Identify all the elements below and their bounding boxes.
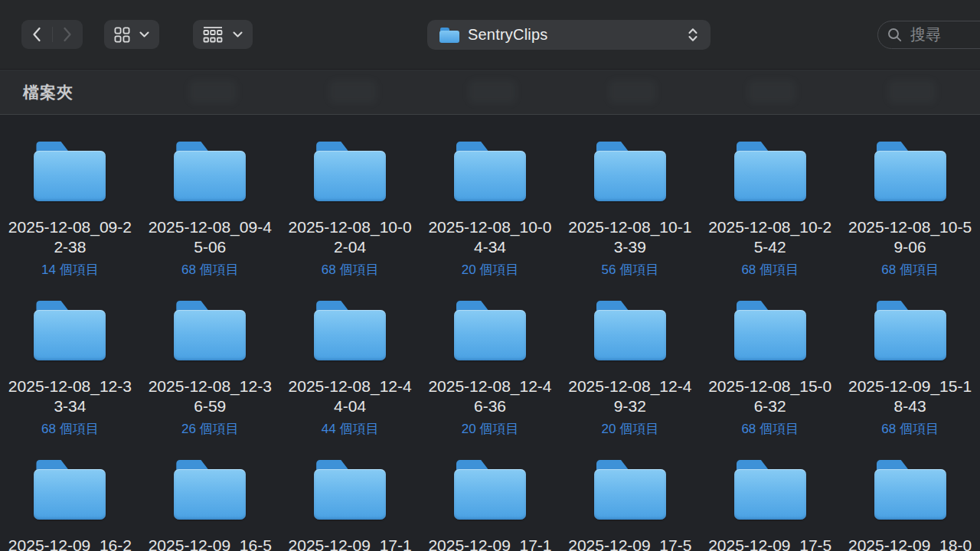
nav-divider [52, 27, 53, 42]
folder-icon [594, 142, 666, 201]
search-icon [887, 28, 902, 42]
folder-icon [874, 301, 946, 360]
folder-tile[interactable]: 2025-12-09_16-2 [0, 433, 140, 551]
folder-tile[interactable]: 2025-12-09_17-5 [560, 433, 700, 551]
folder-tile[interactable]: 2025-12-08_10-02-04 68 個項目 [280, 115, 420, 274]
back-button[interactable] [25, 20, 48, 49]
finder-toolbar: SentryClips [0, 0, 980, 70]
window-title: SentryClips [468, 26, 688, 44]
folder-tile[interactable]: 2025-12-08_10-59-06 68 個項目 [840, 115, 980, 274]
folder-name: 2025-12-09_15-18-43 [844, 377, 976, 416]
folder-tile[interactable]: 2025-12-09_16-5 [140, 433, 280, 551]
folder-icon [454, 301, 526, 360]
folder-tile[interactable]: 2025-12-09_15-18-43 68 個項目 [840, 274, 980, 433]
folder-name: 2025-12-09_18-0 [844, 536, 976, 551]
chevron-down-icon [233, 31, 243, 37]
folder-name: 2025-12-08_10-13-39 [564, 217, 696, 257]
view-mode-button[interactable] [104, 20, 159, 49]
folder-icon [314, 460, 386, 520]
folder-name: 2025-12-08_12-33-34 [4, 377, 136, 416]
folder-tile[interactable]: 2025-12-08_12-33-34 68 個項目 [0, 274, 140, 433]
folder-tile[interactable]: 2025-12-08_09-45-06 68 個項目 [140, 115, 280, 274]
folder-name: 2025-12-08_10-25-42 [704, 217, 836, 257]
folder-icon [594, 301, 666, 360]
folder-icon [174, 301, 246, 360]
chevron-left-icon [32, 27, 41, 42]
folder-name: 2025-12-08_09-45-06 [144, 217, 276, 257]
section-header-bar: 檔案夾 [0, 70, 980, 115]
folder-icon [454, 142, 526, 201]
chevron-up-down-icon [688, 28, 698, 42]
folder-name: 2025-12-08_15-06-32 [704, 377, 836, 416]
folder-icon [314, 301, 386, 360]
folder-name: 2025-12-08_12-36-59 [144, 377, 276, 416]
folder-icon [314, 142, 386, 201]
folder-icon [439, 28, 459, 43]
folder-name: 2025-12-09_16-5 [144, 536, 276, 551]
folder-name: 2025-12-08_10-04-34 [424, 217, 556, 257]
folder-name: 2025-12-08_12-46-36 [424, 377, 556, 416]
folder-icon [734, 460, 806, 520]
header-ghost [609, 80, 656, 103]
folder-icon [734, 301, 806, 360]
header-ghost [469, 80, 516, 103]
folder-tile[interactable]: 2025-12-08_12-46-36 20 個項目 [420, 274, 560, 433]
search-input[interactable] [909, 25, 980, 44]
folder-icon [874, 460, 946, 520]
folder-name: 2025-12-09_16-2 [4, 536, 136, 551]
folder-name: 2025-12-08_10-59-06 [844, 217, 976, 257]
folder-icon [594, 460, 666, 520]
folder-tile[interactable]: 2025-12-09_17-5 [700, 433, 840, 551]
folder-icon [34, 460, 106, 520]
chevron-right-icon [63, 27, 72, 42]
section-title: 檔案夾 [23, 82, 74, 103]
grid-view-icon [114, 27, 130, 43]
folder-name: 2025-12-09_17-1 [284, 536, 416, 551]
folder-tile[interactable]: 2025-12-08_10-13-39 56 個項目 [560, 115, 700, 274]
history-nav-group [21, 20, 83, 49]
folder-tile[interactable]: 2025-12-08_10-04-34 20 個項目 [420, 115, 560, 274]
forward-button[interactable] [56, 20, 79, 49]
folder-tile[interactable]: 2025-12-09_18-0 [840, 433, 980, 551]
folder-icon [174, 142, 246, 201]
folder-name: 2025-12-09_17-5 [564, 536, 696, 551]
folder-name: 2025-12-08_10-02-04 [284, 217, 416, 257]
location-dropdown[interactable]: SentryClips [427, 20, 710, 50]
folder-icon [34, 301, 106, 360]
folder-tile[interactable]: 2025-12-09_17-1 [280, 433, 420, 551]
folder-tile[interactable]: 2025-12-08_09-22-38 14 個項目 [0, 115, 140, 274]
folder-icon [174, 460, 246, 520]
header-ghost [888, 80, 936, 103]
folder-name: 2025-12-09_17-1 [424, 536, 556, 551]
folder-name: 2025-12-08_09-22-38 [4, 217, 136, 257]
folder-icon [34, 142, 106, 201]
folder-name: 2025-12-08_12-49-32 [564, 377, 696, 416]
folder-tile[interactable]: 2025-12-09_17-1 [420, 433, 560, 551]
header-ghost [189, 80, 237, 103]
folder-icon [874, 142, 946, 201]
group-by-button[interactable] [193, 20, 253, 49]
folder-tile[interactable]: 2025-12-08_12-36-59 26 個項目 [140, 274, 280, 433]
folder-grid: 2025-12-08_09-22-38 14 個項目 2025-12-08_09… [0, 115, 980, 551]
folder-tile[interactable]: 2025-12-08_15-06-32 68 個項目 [700, 274, 840, 433]
folder-icon [454, 460, 526, 520]
folder-name: 2025-12-08_12-44-04 [284, 377, 416, 416]
search-field[interactable] [877, 21, 980, 49]
folder-tile[interactable]: 2025-12-08_10-25-42 68 個項目 [700, 115, 840, 274]
folder-name: 2025-12-09_17-5 [704, 536, 836, 551]
header-ghost [329, 80, 377, 103]
folder-tile[interactable]: 2025-12-08_12-44-04 44 個項目 [280, 274, 420, 433]
folder-icon [734, 142, 806, 201]
header-ghost [748, 80, 795, 103]
chevron-down-icon [139, 31, 149, 37]
group-items-icon [203, 26, 223, 44]
folder-tile[interactable]: 2025-12-08_12-49-32 20 個項目 [560, 274, 700, 433]
